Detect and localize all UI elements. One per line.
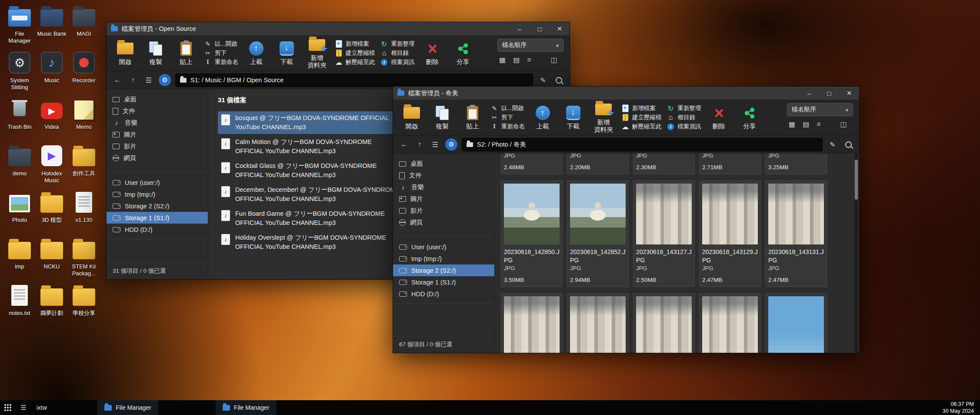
- titlebar[interactable]: 檔案管理員 - Open Source: [107, 22, 570, 35]
- photo-cell[interactable]: 20230618_142852.JPG JPG 2.94MB: [567, 181, 629, 287]
- paste-button[interactable]: 貼上: [460, 105, 485, 130]
- desktop-icon[interactable]: v1.130: [68, 191, 100, 237]
- upload-button[interactable]: 上載: [243, 41, 269, 66]
- paste-button[interactable]: 貼上: [173, 41, 199, 66]
- photo-cell[interactable]: [501, 293, 563, 353]
- workspace-label[interactable]: ixtw: [37, 404, 47, 411]
- cut-button[interactable]: 剪下: [490, 114, 525, 121]
- refresh-button[interactable]: 重新整理: [667, 104, 701, 112]
- sidebar-place-item[interactable]: 桌面: [107, 94, 208, 105]
- sort-order-dropdown[interactable]: 檔名順序: [787, 103, 853, 116]
- sidebar-place-item[interactable]: 文件: [393, 170, 494, 181]
- sidebar-place-item[interactable]: 音樂: [107, 117, 208, 129]
- photo-cell[interactable]: [699, 293, 761, 353]
- view-columns-icon[interactable]: [551, 56, 557, 64]
- search-button[interactable]: [553, 74, 564, 86]
- download-button[interactable]: 下載: [560, 105, 586, 130]
- settings-gear-button[interactable]: [445, 138, 457, 151]
- rename-button[interactable]: 重新命名: [490, 123, 525, 131]
- sidebar-device-item[interactable]: Storage 1 (S1:/): [107, 212, 208, 224]
- desktop-icon[interactable]: 圓夢計劃: [36, 284, 67, 330]
- photo-cell[interactable]: [633, 293, 695, 353]
- sidebar-device-item[interactable]: Storage 2 (S2:/): [393, 264, 494, 276]
- sidebar-device-item[interactable]: Storage 2 (S2:/): [107, 200, 208, 212]
- sidebar-device-item[interactable]: tmp (tmp:/): [107, 188, 208, 200]
- photo-cell[interactable]: …JPG JPG 2.71MB: [699, 154, 761, 174]
- maximize-button[interactable]: [819, 87, 839, 100]
- photo-cell[interactable]: 20230618_142850.JPG JPG 3.50MB: [501, 181, 563, 287]
- photo-cell[interactable]: [567, 293, 629, 353]
- taskbar-app-button[interactable]: File Manager: [97, 400, 158, 415]
- open-button[interactable]: 開啟: [113, 41, 138, 66]
- scrollbar-thumb[interactable]: [855, 160, 858, 200]
- sidebar-place-item[interactable]: 文件: [107, 105, 208, 117]
- window-list-button[interactable]: [16, 400, 31, 415]
- root-button[interactable]: 根目錄: [667, 114, 701, 121]
- photo-cell[interactable]: …JPG JPG 2.48MB: [501, 154, 563, 174]
- photo-cell[interactable]: …JPG JPG 3.25MB: [765, 154, 827, 174]
- delete-button[interactable]: 刪除: [420, 41, 445, 66]
- maximize-button[interactable]: [530, 22, 550, 35]
- photo-cell[interactable]: 20230618_143127.JPG JPG 2.50MB: [633, 181, 695, 287]
- taskbar-app-button[interactable]: File Manager: [216, 400, 277, 415]
- up-button[interactable]: [414, 139, 425, 150]
- sidebar-place-item[interactable]: 影片: [393, 205, 494, 217]
- sidebar-device-item[interactable]: tmp (tmp:/): [393, 253, 494, 264]
- open-with-button[interactable]: 以...開啟: [490, 104, 525, 112]
- extract-here-button[interactable]: 解壓縮至此: [335, 58, 375, 66]
- desktop-icon[interactable]: Trash Bin: [4, 97, 35, 144]
- close-button[interactable]: [839, 87, 859, 100]
- create-archive-button[interactable]: 建立壓縮檔: [335, 49, 375, 57]
- new-file-button[interactable]: 新增檔案: [621, 104, 662, 112]
- rename-button[interactable]: 重新命名: [204, 58, 238, 66]
- clock[interactable]: 06:37 PM 30 May 2024: [943, 401, 980, 415]
- open-button[interactable]: 開啟: [399, 105, 424, 130]
- sidebar-place-item[interactable]: 音樂: [393, 181, 494, 193]
- sidebar-place-item[interactable]: 網頁: [107, 152, 208, 164]
- desktop-icon[interactable]: MAGI: [68, 4, 100, 51]
- desktop-icon[interactable]: Memo: [68, 97, 100, 144]
- sidebar-place-item[interactable]: 圖片: [107, 129, 208, 141]
- desktop-icon[interactable]: tmp: [4, 237, 35, 284]
- view-grid-icon[interactable]: [499, 56, 506, 64]
- view-grid-icon[interactable]: [789, 120, 795, 128]
- desktop-icon[interactable]: System Slitting: [4, 51, 35, 97]
- root-button[interactable]: 根目錄: [380, 49, 415, 57]
- photo-cell[interactable]: 20230618_143129.JPG JPG 2.47MB: [699, 181, 761, 287]
- open-with-button[interactable]: 以...開啟: [204, 40, 238, 48]
- desktop-icon[interactable]: Music: [36, 51, 67, 97]
- new-folder-button[interactable]: 新增資料夾: [304, 37, 330, 69]
- refresh-button[interactable]: 重新整理: [380, 40, 415, 48]
- sidebar-device-item[interactable]: HDD (D:/): [393, 288, 494, 300]
- back-button[interactable]: [398, 139, 410, 150]
- view-list-icon[interactable]: [513, 56, 520, 64]
- new-file-button[interactable]: 新增檔案: [335, 40, 375, 48]
- new-folder-button[interactable]: 新增資料夾: [591, 101, 616, 133]
- desktop-icon[interactable]: 創作工具: [68, 144, 100, 191]
- desktop-icon[interactable]: 3D 模型: [36, 191, 67, 237]
- sidebar-place-item[interactable]: 桌面: [393, 158, 494, 170]
- view-list-icon[interactable]: [803, 120, 809, 128]
- settings-gear-button[interactable]: [159, 74, 171, 86]
- photo-cell[interactable]: …JPG JPG 2.30MB: [633, 154, 695, 174]
- sort-order-dropdown[interactable]: 檔名順序: [497, 39, 563, 52]
- path-breadcrumb[interactable]: S2: / Photo / 奇美: [462, 138, 823, 151]
- file-info-button[interactable]: 檔案資訊: [380, 58, 415, 66]
- menu-button[interactable]: [143, 74, 154, 86]
- menu-button[interactable]: [430, 139, 441, 150]
- desktop-icon[interactable]: demo: [4, 144, 35, 191]
- edit-path-button[interactable]: [537, 74, 549, 86]
- desktop-icon[interactable]: Videa: [36, 97, 67, 144]
- file-info-button[interactable]: 檔案資訊: [667, 123, 701, 131]
- view-columns-icon[interactable]: [840, 120, 847, 128]
- photo-cell[interactable]: [765, 293, 827, 353]
- share-button[interactable]: 分享: [450, 41, 476, 66]
- path-breadcrumb[interactable]: S1: / Music / BGM / Open Source: [175, 74, 533, 87]
- download-button[interactable]: 下載: [274, 41, 299, 66]
- upload-button[interactable]: 上載: [530, 105, 555, 130]
- photo-cell[interactable]: …JPG JPG 2.20MB: [567, 154, 629, 174]
- desktop-icon[interactable]: Photo: [4, 191, 35, 237]
- close-button[interactable]: [550, 22, 570, 35]
- sidebar-place-item[interactable]: 網頁: [393, 217, 494, 228]
- sidebar-device-item[interactable]: HDD (D:/): [107, 224, 208, 235]
